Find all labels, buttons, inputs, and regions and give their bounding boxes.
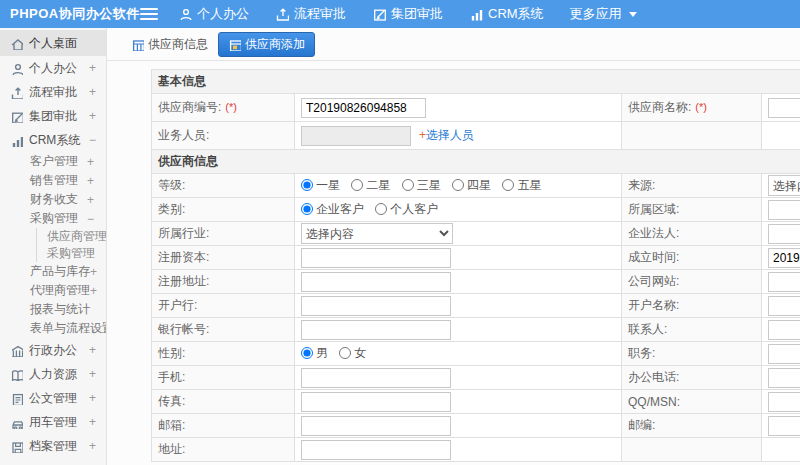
sidebar-item-archive-mgmt[interactable]: 档案管理 + — [0, 434, 106, 458]
sidebar-item-admin-office[interactable]: 行政办公 + — [0, 338, 106, 362]
flow-icon — [275, 7, 289, 21]
contact-person-input[interactable] — [768, 320, 800, 340]
tab-supplier-add[interactable]: 供应商添加 — [218, 32, 315, 57]
founding-date-input[interactable] — [768, 248, 800, 268]
required-mark: (*) — [695, 101, 707, 113]
job-title-input[interactable] — [768, 344, 800, 364]
business-person-input[interactable] — [301, 126, 411, 146]
sidebar-item-personal-office[interactable]: 个人办公 + — [0, 56, 106, 80]
grade-radio-option[interactable]: 三星 — [402, 177, 441, 194]
fax-input[interactable] — [301, 392, 451, 412]
sidebar-item-desktop[interactable]: 个人桌面 — [0, 30, 106, 56]
field-label: 公司网站: — [628, 274, 679, 288]
industry-select[interactable]: 选择内容 — [301, 223, 453, 244]
form-row: 手机: 办公电话: — [152, 366, 800, 390]
radio-button — [301, 203, 313, 215]
email-input[interactable] — [301, 416, 451, 436]
sidebar-item-crm[interactable]: CRM系统 − — [0, 128, 106, 152]
nav-more-apps[interactable]: 更多应用 — [570, 5, 637, 23]
sidebar-item-sales-mgmt[interactable]: 销售管理 + — [0, 171, 106, 190]
field-label: 类别: — [158, 202, 185, 216]
grade-radio-option[interactable]: 五星 — [502, 177, 541, 194]
source-select[interactable]: 选择内容 — [768, 175, 800, 196]
tab-supplier-info[interactable]: 供应商信息 — [131, 36, 208, 53]
field-label: 供应商名称: — [628, 100, 691, 114]
form-row: 传真: QQ/MSN: — [152, 390, 800, 414]
nav-flow-approval[interactable]: 流程审批 — [275, 5, 346, 23]
office-phone-input[interactable] — [768, 368, 800, 388]
gender-radio-option[interactable]: 男 — [301, 345, 328, 362]
sidebar-item-form-flow-settings[interactable]: 表单与流程设置 + — [0, 319, 106, 338]
nav-crm-system[interactable]: CRM系统 — [469, 5, 544, 23]
sidebar-item-customer-mgmt[interactable]: 客户管理 + — [0, 152, 106, 171]
sidebar-item-purchase-mgmt[interactable]: 采购管理 − — [0, 209, 106, 228]
bank-branch-input[interactable] — [301, 296, 451, 316]
company-website-input[interactable] — [768, 272, 800, 292]
address-input[interactable] — [301, 440, 451, 460]
form-row: 性别: 男 女 职务: — [152, 342, 800, 366]
sidebar-item-product-stock[interactable]: 产品与库存 + — [0, 262, 106, 281]
registered-address-input[interactable] — [301, 272, 451, 292]
nav-group-approval[interactable]: 集团审批 — [372, 5, 443, 23]
account-name-input[interactable] — [768, 296, 800, 316]
grade-radio-option[interactable]: 四星 — [452, 177, 491, 194]
field-label: 邮编: — [628, 418, 655, 432]
add-window-icon — [228, 38, 241, 51]
bank-account-input[interactable] — [301, 320, 451, 340]
sidebar-item-group-approval[interactable]: 集团审批 + — [0, 104, 106, 128]
sidebar-item-vehicle-mgmt[interactable]: 用车管理 + — [0, 410, 106, 434]
field-label: 联系人: — [628, 322, 667, 336]
field-label: 传真: — [158, 394, 185, 408]
sidebar-item-purchasing[interactable]: 采购管理 — [37, 245, 106, 262]
radio-button — [452, 179, 464, 191]
nav-personal-office[interactable]: 个人办公 — [178, 5, 249, 23]
radio-button — [301, 347, 313, 359]
sidebar-item-document-mgmt[interactable]: 公文管理 + — [0, 386, 106, 410]
legal-person-input[interactable] — [768, 224, 800, 244]
grade-radio-option[interactable]: 二星 — [351, 177, 390, 194]
supplier-add-form: 基本信息 供应商编号:(*) 供应商名称:(*) 业务人员: +选择人员 供应商… — [151, 69, 800, 462]
field-label: 注册地址: — [158, 274, 209, 288]
sidebar-item-finance[interactable]: 财务收支 + — [0, 190, 106, 209]
radio-button — [339, 347, 351, 359]
form-row: 邮箱: 邮编: — [152, 414, 800, 438]
field-label: 办公电话: — [628, 370, 679, 384]
region-input[interactable] — [768, 200, 800, 220]
registered-capital-input[interactable] — [301, 248, 451, 268]
category-radio-option[interactable]: 个人客户 — [375, 201, 438, 218]
supplier-name-input[interactable] — [768, 98, 800, 118]
sidebar-item-hr[interactable]: 人力资源 + — [0, 362, 106, 386]
category-radio-option[interactable]: 企业客户 — [301, 201, 364, 218]
edit-icon — [372, 7, 386, 21]
sidebar-item-supplier-mgmt[interactable]: 供应商管理 — [37, 228, 106, 245]
sidebar-item-flow-approval[interactable]: 流程审批 + — [0, 80, 106, 104]
top-navigation: 个人办公 流程审批 集团审批 CRM系统 更多应用 — [178, 5, 663, 23]
field-label: 手机: — [158, 370, 185, 384]
mobile-input[interactable] — [301, 368, 451, 388]
required-mark: (*) — [225, 101, 237, 113]
grade-radio-option[interactable]: 一星 — [301, 177, 340, 194]
nav-label: CRM系统 — [488, 5, 544, 23]
qq-msn-input[interactable] — [768, 392, 800, 412]
sidebar-item-reports[interactable]: 报表与统计 — [0, 300, 106, 319]
form-row: 业务人员: +选择人员 — [152, 122, 800, 150]
person-icon — [178, 7, 192, 21]
field-label: 等级: — [158, 178, 185, 192]
gender-radio-option[interactable]: 女 — [339, 345, 366, 362]
form-row: 银行帐号: 联系人: — [152, 318, 800, 342]
field-label: 供应商编号: — [158, 100, 221, 114]
form-row: 等级: 一星 二星 三星 四星 五星 来源: 选择内容 — [152, 174, 800, 198]
supplier-code-input[interactable] — [301, 98, 426, 118]
archive-icon — [10, 440, 23, 453]
tab-bar: 供应商信息 供应商添加 — [107, 28, 800, 61]
postcode-input[interactable] — [768, 416, 800, 436]
radio-button — [351, 179, 363, 191]
app-logo[interactable]: PHPOA协同办公软件 — [0, 5, 138, 23]
radio-button — [502, 179, 514, 191]
sidebar-item-agent-mgmt[interactable]: 代理商管理 + — [0, 281, 106, 300]
expand-plus: + — [89, 109, 96, 123]
field-label: 职务: — [628, 346, 655, 360]
select-person-link[interactable]: +选择人员 — [419, 128, 474, 142]
hamburger-menu-icon[interactable] — [140, 8, 158, 20]
field-label: 所属行业: — [158, 226, 209, 240]
